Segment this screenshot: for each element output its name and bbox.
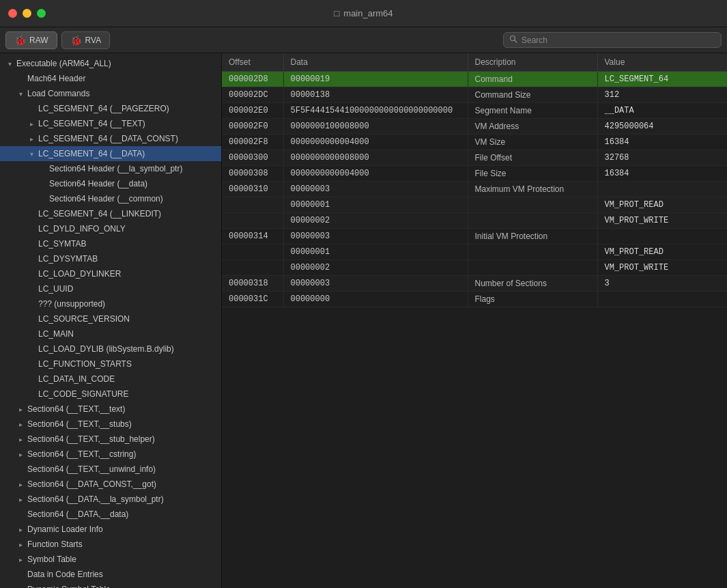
sidebar-item-section64-text-unwind-info[interactable]: Section64 (__TEXT,__unwind_info) — [0, 462, 221, 477]
table-row[interactable]: 000002D800000019CommandLC_SEGMENT_64 — [222, 72, 727, 87]
sidebar-item-lc-unsupported[interactable]: ??? (unsupported) — [0, 296, 221, 311]
sidebar-item-symbol-table[interactable]: ▸Symbol Table — [0, 552, 221, 567]
raw-button[interactable]: 🐞 RAW — [5, 31, 57, 49]
sidebar-item-lc-segment-linkedit[interactable]: LC_SEGMENT_64 (__LINKEDIT) — [0, 206, 221, 221]
cell-desc-6: File Size — [468, 166, 597, 182]
cell-value-0: LC_SEGMENT_64 — [597, 72, 727, 87]
sidebar-item-section64-text-stub-helper[interactable]: ▸Section64 (__TEXT,__stub_helper) — [0, 432, 221, 447]
cell-data-3: 0000000100008000 — [283, 119, 468, 135]
cell-desc-0: Command — [468, 72, 597, 87]
sidebar-item-function-starts[interactable]: ▸Function Starts — [0, 537, 221, 552]
col-header-value[interactable]: Value — [597, 53, 727, 72]
col-header-description[interactable]: Description — [468, 53, 597, 72]
sidebar-item-lc-code-signature[interactable]: LC_CODE_SIGNATURE — [0, 387, 221, 402]
sidebar-label-dynamic-loader-info: Dynamic Loader Info — [26, 524, 104, 534]
sidebar-item-section64-data-data[interactable]: Section64 (__DATA,__data) — [0, 507, 221, 522]
sidebar-label-function-starts: Function Starts — [26, 540, 84, 549]
sidebar-item-lc-segment-data[interactable]: ▾LC_SEGMENT_64 (__DATA) — [0, 146, 221, 161]
minimize-button[interactable] — [23, 9, 31, 18]
expand-icon-section64-text-cstring: ▸ — [15, 451, 26, 458]
sidebar-item-section64-common[interactable]: Section64 Header (__common) — [0, 191, 221, 206]
table-row[interactable]: 00000002VM_PROT_WRITE — [222, 213, 727, 229]
sidebar-item-mach64-header[interactable]: Mach64 Header — [0, 71, 221, 86]
sidebar-item-lc-segment-data-const[interactable]: ▸LC_SEGMENT_64 (__DATA_CONST) — [0, 131, 221, 146]
table-row[interactable]: 00000001VM_PROT_READ — [222, 197, 727, 213]
data-table: Offset Data Description Value 000002D800… — [222, 53, 727, 307]
col-header-offset[interactable]: Offset — [222, 53, 283, 72]
sidebar-item-lc-data-in-code[interactable]: LC_DATA_IN_CODE — [0, 372, 221, 387]
sidebar: ▾Executable (ARM64_ALL)Mach64 Header▾Loa… — [0, 53, 222, 588]
table-row[interactable]: 0000031800000003Number of Sections3 — [222, 276, 727, 292]
sidebar-label-lc-load-dylinker: LC_LOAD_DYLINKER — [37, 269, 122, 279]
sidebar-item-lc-segment-pagezero[interactable]: LC_SEGMENT_64 (__PAGEZERO) — [0, 101, 221, 116]
window-controls[interactable] — [8, 9, 46, 18]
sidebar-item-section64-data-const-got[interactable]: ▸Section64 (__DATA_CONST,__got) — [0, 477, 221, 492]
sidebar-item-lc-uuid[interactable]: LC_UUID — [0, 281, 221, 296]
table-row[interactable]: 000002F00000000100008000VM Address429500… — [222, 119, 727, 135]
cell-data-7: 00000003 — [283, 182, 468, 197]
cell-data-11: 00000001 — [283, 244, 468, 260]
sidebar-item-load-commands[interactable]: ▾Load Commands — [0, 86, 221, 101]
table-row[interactable]: 000002E05F5F4441544100000000000000000000… — [222, 103, 727, 119]
expand-icon-symbol-table: ▸ — [15, 556, 26, 563]
cell-offset-14: 0000031C — [222, 292, 283, 307]
table-row[interactable]: 000002DC00000138Command Size312 — [222, 87, 727, 103]
search-input[interactable] — [522, 36, 715, 45]
sidebar-item-section64-text-text[interactable]: ▸Section64 (__TEXT,__text) — [0, 402, 221, 417]
expand-icon-dynamic-loader-info: ▸ — [15, 526, 26, 533]
table-row[interactable]: 0000031C00000000Flags — [222, 292, 727, 307]
svg-line-1 — [515, 40, 517, 42]
expand-icon-section64-text-stub-helper: ▸ — [15, 436, 26, 443]
window-title: □ main_arm64 — [334, 8, 393, 18]
sidebar-label-section64-text-text: Section64 (__TEXT,__text) — [26, 404, 126, 414]
sidebar-item-lc-symtab[interactable]: LC_SYMTAB — [0, 236, 221, 251]
sidebar-item-lc-source-version[interactable]: LC_SOURCE_VERSION — [0, 311, 221, 326]
sidebar-label-symbol-table: Symbol Table — [26, 555, 78, 564]
sidebar-item-lc-dysymtab[interactable]: LC_DYSYMTAB — [0, 251, 221, 266]
sidebar-item-dynamic-symbol-table[interactable]: ▸Dynamic Symbol Table — [0, 582, 221, 588]
rva-button[interactable]: 🐞 RVA — [61, 31, 111, 49]
sidebar-label-lc-segment-data: LC_SEGMENT_64 (__DATA) — [37, 149, 146, 158]
sidebar-item-section64-data[interactable]: Section64 Header (__data) — [0, 176, 221, 191]
cell-data-2: 5F5F44415441000000000000000000000 — [283, 103, 468, 119]
sidebar-label-lc-dyld-info-only: LC_DYLD_INFO_ONLY — [37, 224, 127, 234]
sidebar-item-lc-function-starts[interactable]: LC_FUNCTION_STARTS — [0, 356, 221, 372]
cell-offset-12 — [222, 260, 283, 276]
cell-desc-12 — [468, 260, 597, 276]
sidebar-item-lc-load-dylib[interactable]: LC_LOAD_DYLIB (libSystem.B.dylib) — [0, 341, 221, 356]
cell-value-9: VM_PROT_WRITE — [597, 213, 727, 229]
table-row[interactable]: 000002F80000000000004000VM Size16384 — [222, 135, 727, 150]
sidebar-item-section64-text-stubs[interactable]: ▸Section64 (__TEXT,__stubs) — [0, 417, 221, 432]
maximize-button[interactable] — [37, 9, 46, 18]
table-row[interactable]: 0000031400000003Initial VM Protection — [222, 229, 727, 244]
sidebar-item-lc-main[interactable]: LC_MAIN — [0, 326, 221, 341]
rva-icon: 🐞 — [70, 35, 82, 46]
table-row[interactable]: 0000031000000003Maximum VM Protection — [222, 182, 727, 197]
sidebar-item-dynamic-loader-info[interactable]: ▸Dynamic Loader Info — [0, 522, 221, 537]
svg-point-0 — [511, 36, 515, 41]
sidebar-item-section64-data-la-symbol-ptr[interactable]: ▸Section64 (__DATA,__la_symbol_ptr) — [0, 492, 221, 507]
sidebar-label-lc-main: LC_MAIN — [37, 329, 75, 339]
table-row[interactable]: 00000002VM_PROT_WRITE — [222, 260, 727, 276]
sidebar-label-load-commands: Load Commands — [26, 89, 91, 98]
col-header-data[interactable]: Data — [283, 53, 468, 72]
sidebar-item-lc-load-dylinker[interactable]: LC_LOAD_DYLINKER — [0, 266, 221, 281]
table-row[interactable]: 000003000000000000008000File Offset32768 — [222, 150, 727, 166]
cell-desc-14: Flags — [468, 292, 597, 307]
sidebar-label-section64-la-symbol-ptr: Section64 Header (__la_symbol_ptr) — [48, 164, 184, 173]
cell-value-12: VM_PROT_WRITE — [597, 260, 727, 276]
sidebar-item-data-in-code-entries[interactable]: Data in Code Entries — [0, 567, 221, 582]
sidebar-label-lc-uuid: LC_UUID — [37, 284, 74, 294]
sidebar-item-section64-la-symbol-ptr[interactable]: Section64 Header (__la_symbol_ptr) — [0, 161, 221, 176]
cell-data-8: 00000001 — [283, 197, 468, 213]
close-button[interactable] — [8, 9, 17, 18]
sidebar-item-lc-dyld-info-only[interactable]: LC_DYLD_INFO_ONLY — [0, 221, 221, 236]
table-row[interactable]: 00000001VM_PROT_READ — [222, 244, 727, 260]
main-content: ▾Executable (ARM64_ALL)Mach64 Header▾Loa… — [0, 53, 727, 588]
sidebar-item-section64-text-cstring[interactable]: ▸Section64 (__TEXT,__cstring) — [0, 447, 221, 462]
sidebar-item-lc-segment-text[interactable]: ▸LC_SEGMENT_64 (__TEXT) — [0, 116, 221, 131]
cell-desc-2: Segment Name — [468, 103, 597, 119]
cell-desc-13: Number of Sections — [468, 276, 597, 292]
table-row[interactable]: 000003080000000000004000File Size16384 — [222, 166, 727, 182]
sidebar-item-executable[interactable]: ▾Executable (ARM64_ALL) — [0, 56, 221, 71]
